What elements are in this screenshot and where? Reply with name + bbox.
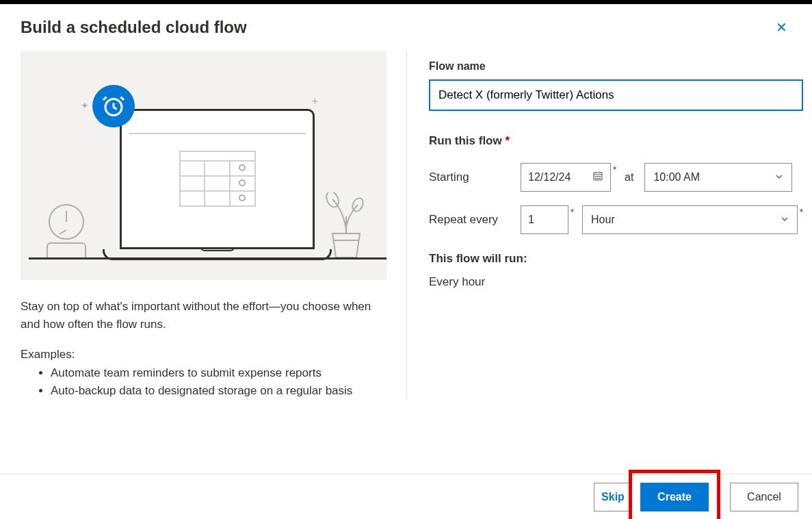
run-flow-label: Run this flow *	[429, 134, 803, 148]
repeat-count-input[interactable]: 1	[521, 205, 568, 234]
examples-label: Examples:	[21, 348, 386, 362]
create-button[interactable]: Create	[640, 483, 709, 511]
dialog-title: Build a scheduled cloud flow	[21, 18, 247, 37]
svg-point-4	[596, 177, 597, 177]
sparkle-icon: ✦	[81, 100, 89, 111]
skip-button[interactable]: Skip	[594, 483, 632, 511]
starting-time-select[interactable]: 10:00 AM	[644, 163, 792, 192]
unit-value: Hour	[591, 214, 615, 226]
repeat-unit-select[interactable]: Hour	[582, 205, 798, 234]
svg-point-7	[596, 179, 597, 179]
description-text: Stay on top of what's important without …	[21, 298, 386, 334]
left-pane: ✦ +	[21, 51, 407, 400]
repeat-row: Repeat every 1 * Hour *	[429, 205, 803, 234]
example-item: Auto-backup data to designated storage o…	[51, 382, 386, 400]
flow-name-label: Flow name	[429, 60, 803, 73]
calendar-icon	[592, 170, 603, 184]
cancel-button[interactable]: Cancel	[730, 483, 798, 511]
svg-point-5	[598, 177, 599, 177]
date-value: 12/12/24	[528, 171, 571, 183]
dialog-body: ✦ +	[0, 37, 812, 400]
examples-list: Automate team reminders to submit expens…	[21, 364, 386, 401]
summary-text: Every hour	[429, 275, 803, 289]
alarm-clock-icon	[92, 85, 135, 127]
repeat-label: Repeat every	[429, 213, 521, 227]
plant-icon	[315, 192, 377, 257]
at-label: at	[625, 171, 633, 183]
summary-label: This flow will run:	[429, 252, 803, 266]
svg-point-8	[598, 179, 599, 179]
dialog-header: Build a scheduled cloud flow ✕	[0, 4, 812, 37]
plus-decoration-icon: +	[312, 95, 318, 107]
laptop-illustration	[103, 109, 332, 260]
wall-clock-icon	[45, 204, 88, 257]
starting-row: Starting 12/12/24 * at 10:00	[429, 163, 803, 192]
create-button-highlight: Create	[629, 470, 720, 520]
close-button[interactable]: ✕	[773, 18, 790, 37]
svg-point-9	[600, 179, 601, 179]
starting-date-input[interactable]: 12/12/24	[521, 163, 611, 192]
right-pane: Flow name Run this flow * Starting 12/12…	[407, 51, 803, 400]
time-value: 10:00 AM	[653, 171, 700, 183]
flow-name-input[interactable]	[429, 79, 803, 111]
chevron-down-icon	[781, 214, 789, 226]
close-icon: ✕	[776, 20, 787, 35]
chevron-down-icon	[775, 171, 783, 183]
svg-point-6	[600, 177, 601, 177]
starting-label: Starting	[429, 170, 521, 184]
example-item: Automate team reminders to submit expens…	[51, 364, 386, 382]
dialog-footer: Skip Create Cancel	[0, 474, 812, 519]
illustration: ✦ +	[21, 51, 387, 280]
scheduled-flow-dialog: Build a scheduled cloud flow ✕ ✦ +	[0, 4, 812, 519]
